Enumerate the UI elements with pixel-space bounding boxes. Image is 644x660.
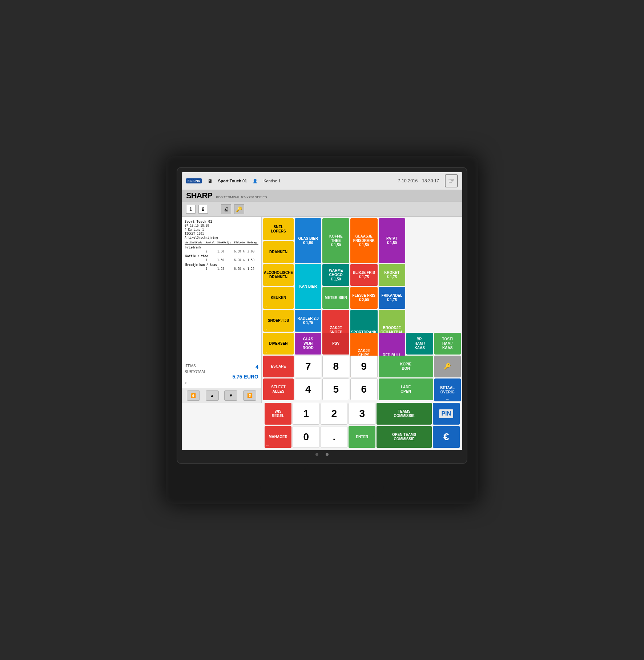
time: 18:30:17 [422, 178, 439, 183]
col-qty: Aantal [205, 241, 216, 245]
betaal-overig-button[interactable]: BETAALOVERIG ... [434, 378, 461, 401]
monitor-stand-base [260, 475, 384, 497]
toolbar: 1 6 🖨 🔑 [182, 202, 462, 217]
receipt-arrow: > [185, 381, 258, 385]
eijsink-logo: EIJSINK [186, 178, 202, 183]
nav-down-down[interactable]: ⏬ [243, 390, 256, 401]
indicator-1 [315, 453, 318, 456]
frikandel-button[interactable]: FRIKANDEL€ 1,75 [379, 287, 405, 309]
date: 7-10-2016 [398, 178, 418, 183]
receipt-nav: ⏫ ▲ ▼ ⏬ [182, 388, 261, 403]
num0-button[interactable]: 0 [293, 426, 319, 448]
kroket-button[interactable]: KROKET€ 1,75 [379, 264, 405, 286]
datetime: 7-10-2016 18:30:17 [398, 178, 439, 183]
open-teams-commissie-button[interactable]: OPEN TEAMSCOMMISSIE [377, 426, 431, 448]
qty-display: 1 [186, 205, 196, 214]
key-placeholder: 🔑 [434, 356, 461, 377]
receipt-date: 07.10.16 18:29 [185, 224, 258, 227]
num9-button[interactable]: 9 [350, 356, 378, 377]
manager-button[interactable]: MANAGER ... [265, 426, 291, 448]
station-name: Sport Touch 01 [218, 179, 247, 183]
qty1: 1 [189, 206, 192, 212]
touch-icon: ☞ [445, 174, 458, 187]
tosti-ham-kaas-button[interactable]: TOSTIHAM /KAAS [434, 333, 461, 355]
receipt-footer: ITEMS 4 SUBTOTAAL 5.75 EURO > [182, 361, 261, 388]
brand-bar: SHARP POS TERMINAL RZ-X750 SERIES [182, 190, 462, 202]
dot-button[interactable]: . [321, 426, 347, 448]
psv-button[interactable]: PSV [322, 333, 349, 355]
num1-button[interactable]: 1 [293, 403, 319, 425]
blikje-fris-button[interactable]: BLIKJE FRIS€ 1,75 [350, 264, 378, 286]
glaasje-frisdrank-button[interactable]: GLAASJEFRISDRANK€ 1,50 [350, 218, 378, 263]
sharp-brand: SHARP [186, 191, 212, 201]
manager-row: MANAGER ... 0 . ENTER OPEN TEAMSCOMMISSI… [182, 426, 462, 450]
select-alles-button[interactable]: SELECTALLES [263, 378, 294, 400]
radler-button[interactable]: RADLER 2.0€ 1,75 [295, 310, 321, 332]
pos-model: POS TERMINAL RZ-X750 SERIES [216, 195, 267, 199]
glas-wijn-rood-button[interactable]: GLASWIJNROOD [295, 333, 321, 355]
kopie-bon-button[interactable]: KOPIEBON [379, 356, 433, 377]
col-price: StukPrijs [217, 241, 233, 245]
key-icon[interactable]: 🔑 [234, 204, 244, 214]
items-count: 4 [255, 364, 258, 370]
subtotal-row: SUBTOTAAL [185, 370, 258, 374]
nav-down[interactable]: ▼ [224, 390, 237, 401]
items-label: ITEMS [185, 364, 196, 370]
num6-button[interactable]: 6 [350, 378, 378, 400]
monitor-bottom [182, 450, 462, 459]
receipt-content: Sport Touch 01 07.10.16 18:29 4 Kantine … [182, 217, 261, 361]
screen: EIJSINK 🖥 Sport Touch 01 👤 Kantine 1 7-1… [182, 172, 462, 450]
warme-choco-button[interactable]: WARME CHOCO€ 1,50 [322, 264, 349, 286]
col-code: ArtikelCode [185, 241, 205, 245]
button-grid: SNELLOPERS ... GLAS BIER€ 1,50 KOFFIETHE… [262, 217, 462, 403]
koffie-thee-button[interactable]: KOFFIETHEE€ 1,50 [322, 218, 349, 263]
user-name: Kantine 1 [263, 179, 280, 183]
nav-up[interactable]: ▲ [206, 390, 219, 401]
pin-button[interactable]: PIN [433, 403, 460, 425]
receipt-panel: Sport Touch 01 07.10.16 18:29 4 Kantine … [182, 217, 262, 403]
dranken-button[interactable]: DRANKEN ... [263, 241, 294, 263]
table-row: 1 1.50 6.00 % 1.50 [185, 258, 258, 262]
num7-button[interactable]: 7 [295, 356, 321, 377]
euro-button[interactable]: € [433, 426, 460, 448]
enter-button[interactable]: ENTER [349, 426, 375, 448]
col-btw: BTWcode [233, 241, 247, 245]
receipt-sub1: 4 Kantine 1 [185, 228, 258, 231]
receipt-col-desc: ArtikelOmschrijving [185, 236, 258, 239]
escape-button[interactable]: ESCAPE [263, 356, 294, 377]
flesje-fris-button[interactable]: FLESJE FRIS€ 2,00 [350, 287, 378, 309]
qty2: 6 [202, 206, 205, 212]
touch-hand-icon: ☞ [448, 177, 455, 185]
alcoholische-dranken-button[interactable]: ALCOHOLISCHEDRANKEN ... [263, 264, 294, 286]
monitor-bezel: EIJSINK 🖥 Sport Touch 01 👤 Kantine 1 7-1… [177, 167, 467, 464]
wis-regel-button[interactable]: WISREGEL [265, 403, 291, 425]
section-koffie: Koffie / thee [185, 254, 258, 258]
nav-up-up[interactable]: ⏫ [187, 390, 200, 401]
snel-lopers-button[interactable]: SNELLOPERS ... [263, 218, 294, 240]
keuken-button[interactable]: KEUKEN ... [263, 287, 294, 309]
patat-button[interactable]: PATAT€ 1,50 [379, 218, 405, 263]
kan-bier-button[interactable]: KAN BIER [295, 264, 321, 309]
teams-commissie-button[interactable]: TEAMSCOMMISSIE [377, 403, 431, 425]
qty-display2: 6 [198, 205, 208, 214]
glas-bier-button[interactable]: GLAS BIER€ 1,50 [295, 218, 321, 263]
num3-button[interactable]: 3 [349, 403, 375, 425]
num4-button[interactable]: 4 [295, 378, 321, 400]
table-row: 1 1.25 6.00 % 1.25 [185, 267, 258, 271]
monitor: EIJSINK 🖥 Sport Touch 01 👤 Kantine 1 7-1… [166, 156, 478, 504]
num8-button[interactable]: 8 [322, 356, 349, 377]
meter-bier-button[interactable]: METER BIER [322, 287, 349, 309]
num5-button[interactable]: 5 [322, 378, 349, 400]
items-row: ITEMS 4 [185, 364, 258, 370]
diversen-button[interactable]: DIVERSEN ... [263, 333, 294, 355]
br-ham-kaas-button[interactable]: BR.HAM /KAAS [406, 333, 433, 355]
snoep-ijs-button[interactable]: SNOEP / IJS ... [263, 310, 294, 332]
numpad-row2: WISREGEL 1 2 3 TEAMSCOMMISSIE [182, 403, 462, 426]
user-icon: 👤 [253, 179, 258, 183]
lade-open-button[interactable]: LADEOPEN [379, 378, 433, 400]
print-icon[interactable]: 🖨 [221, 204, 231, 214]
num2-button[interactable]: 2 [321, 403, 347, 425]
table-row: 2 1.50 6.00 % 3.00 [185, 250, 258, 254]
monitor-stand-neck [300, 464, 344, 475]
indicator-2 [326, 453, 329, 456]
